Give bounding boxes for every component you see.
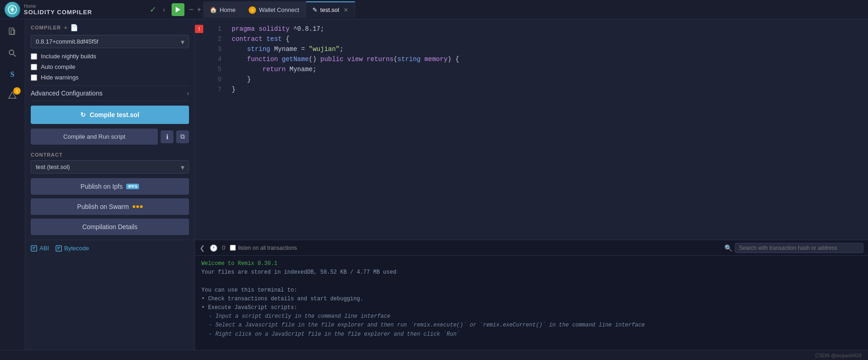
svg-marker-1: [176, 7, 180, 12]
abi-label: ABI: [39, 245, 49, 252]
app-home-label: Home: [24, 4, 92, 9]
code-content[interactable]: pragma solidity ^0.8.17; contract test {…: [227, 24, 868, 235]
version-select[interactable]: 0.8.17+commit.8df45f5f: [31, 35, 189, 48]
terminal-welcome: Welcome to Remix 0.30.1: [201, 259, 862, 268]
include-nightly-checkbox[interactable]: [31, 53, 37, 60]
run-button[interactable]: [172, 3, 184, 16]
compile-run-row: Compile and Run script ℹ ⧉: [31, 129, 189, 145]
deploy-badge: 1: [13, 87, 21, 95]
svg-rect-3: [11, 30, 15, 34]
hide-warnings-checkbox[interactable]: [31, 74, 37, 81]
compile-run-info-button[interactable]: ℹ: [161, 130, 173, 143]
include-nightly-row: Include nightly builds: [31, 53, 189, 60]
zoom-out-button[interactable]: −: [187, 6, 195, 14]
svg-rect-10: [56, 246, 61, 251]
publish-ipfs-button[interactable]: Publish on Ipfs IPFS: [31, 178, 189, 195]
zoom-in-button[interactable]: +: [195, 6, 203, 14]
hide-warnings-label: Hide warnings: [41, 74, 78, 81]
compile-button-label: Compile test.sol: [89, 111, 139, 118]
ipfs-badge: IPFS: [126, 184, 139, 189]
svg-rect-7: [31, 246, 37, 251]
file-icon[interactable]: 📄: [70, 24, 78, 31]
advanced-config-label: Advanced Configurations: [31, 90, 102, 97]
auto-compile-label: Auto compile: [41, 63, 75, 70]
sidebar-compiler-button[interactable]: S: [4, 66, 21, 83]
tab-test-sol[interactable]: ✎ test.sol ✕: [306, 1, 355, 18]
compile-run-button[interactable]: Compile and Run script: [31, 129, 158, 145]
app-logo: [5, 2, 20, 17]
terminal-listen-row: listen on all transactions: [230, 245, 297, 251]
swarm-icon: [133, 205, 143, 208]
terminal-usage-4: - Select a Javascript file in the file e…: [209, 321, 862, 330]
error-marker-1: !: [195, 25, 203, 33]
home-icon: 🏠: [210, 6, 217, 13]
include-nightly-label: Include nightly builds: [41, 53, 96, 60]
terminal-count: 0: [222, 244, 225, 251]
bytecode-button[interactable]: Bytecode: [56, 245, 89, 252]
contract-section-label: CONTRACT: [31, 152, 189, 158]
sol-file-icon: ✎: [312, 6, 317, 13]
terminal-usage-2: • Execute JavaScript scripts:: [201, 304, 862, 312]
terminal-usage-1: • Check transactions details and start d…: [201, 295, 862, 304]
code-editor[interactable]: ! 1 2 3 4 5 6 7 pragma solidity ^0.8.17;…: [195, 19, 868, 240]
publish-swarm-label: Publish on Swarm: [77, 203, 129, 210]
auto-compile-checkbox[interactable]: [31, 64, 37, 70]
terminal-search-input[interactable]: [735, 243, 863, 253]
wallet-icon: ●: [249, 6, 256, 14]
compilation-details-label: Compilation Details: [82, 223, 138, 231]
line-numbers: 1 2 3 4 5 6 7: [204, 24, 227, 235]
bottom-bar: CSDN @wujian0428: [0, 350, 868, 360]
terminal-clock-icon: 🕐: [210, 244, 217, 252]
terminal-usage-5: - Right click on a JavaScript file in th…: [209, 330, 862, 339]
app-title-container: Home SOLIDITY COMPILER: [24, 4, 92, 16]
auto-compile-row: Auto compile: [31, 63, 189, 70]
compile-run-copy-button[interactable]: ⧉: [176, 130, 189, 143]
sidebar-icons: S 1: [0, 19, 25, 350]
search-icon: 🔍: [724, 244, 732, 252]
terminal-fold-button[interactable]: ❮: [200, 244, 205, 252]
hide-warnings-row: Hide warnings: [31, 74, 189, 81]
terminal-search: 🔍: [724, 243, 863, 253]
tab-home-label: Home: [220, 6, 236, 13]
contract-select-wrapper[interactable]: test (test.sol) ▾: [31, 160, 189, 174]
sidebar-files-button[interactable]: [4, 24, 21, 40]
compiler-header: COMPILER + 📄: [31, 24, 189, 31]
attribution: CSDN @wujian0428: [815, 353, 862, 358]
copy-icon: ⧉: [180, 133, 185, 141]
listen-label: listen on all transactions: [238, 245, 297, 251]
publish-ipfs-label: Publish on Ipfs: [81, 183, 123, 190]
editor-area: ! 1 2 3 4 5 6 7 pragma solidity ^0.8.17;…: [195, 19, 868, 350]
listen-checkbox[interactable]: [230, 245, 236, 251]
terminal-content: Welcome to Remix 0.30.1 Your files are s…: [195, 256, 868, 350]
top-bar: Home SOLIDITY COMPILER ✓ › − + 🏠 Home ● …: [0, 0, 868, 19]
tab-close-button[interactable]: ✕: [344, 7, 348, 13]
bytecode-label: Bytecode: [64, 245, 89, 252]
abi-bytecode-row: ABI Bytecode: [31, 240, 189, 252]
add-file-icon[interactable]: +: [64, 24, 67, 31]
version-select-wrapper[interactable]: 0.8.17+commit.8df45f5f ▾: [31, 35, 189, 48]
tab-wallet[interactable]: ● Wallet Connect: [242, 1, 306, 18]
terminal-area: ❮ 🕐 0 listen on all transactions 🔍 Welco…: [195, 240, 868, 350]
app-title: SOLIDITY COMPILER: [24, 9, 92, 16]
compiler-section-label: COMPILER: [31, 25, 61, 30]
abi-button[interactable]: ABI: [31, 245, 49, 252]
info-icon: ℹ: [166, 133, 168, 141]
svg-point-4: [9, 50, 14, 55]
publish-swarm-button[interactable]: Publish on Swarm: [31, 198, 189, 215]
contract-select[interactable]: test (test.sol): [31, 160, 189, 174]
terminal-blank: [201, 277, 862, 286]
terminal-toolbar: ❮ 🕐 0 listen on all transactions 🔍: [195, 240, 868, 256]
error-gutter: !: [195, 24, 204, 235]
advanced-config-arrow-icon: ›: [187, 90, 189, 97]
sidebar-deploy-button[interactable]: 1: [4, 87, 21, 104]
compilation-details-button[interactable]: Compilation Details: [31, 219, 189, 235]
chevron-icon: ›: [163, 6, 165, 13]
terminal-usage-3: - Input a script directly in the command…: [209, 312, 862, 321]
tab-home[interactable]: 🏠 Home: [203, 1, 243, 18]
advanced-config-section[interactable]: Advanced Configurations ›: [31, 85, 189, 101]
sidebar-search-button[interactable]: [4, 45, 21, 62]
compiler-panel: COMPILER + 📄 0.8.17+commit.8df45f5f ▾ In…: [25, 19, 195, 350]
tabs-bar: − + 🏠 Home ● Wallet Connect ✎ test.sol ✕: [170, 1, 868, 18]
app-header: Home SOLIDITY COMPILER ✓ ›: [0, 2, 170, 17]
compile-button[interactable]: ↻ Compile test.sol: [31, 106, 189, 124]
